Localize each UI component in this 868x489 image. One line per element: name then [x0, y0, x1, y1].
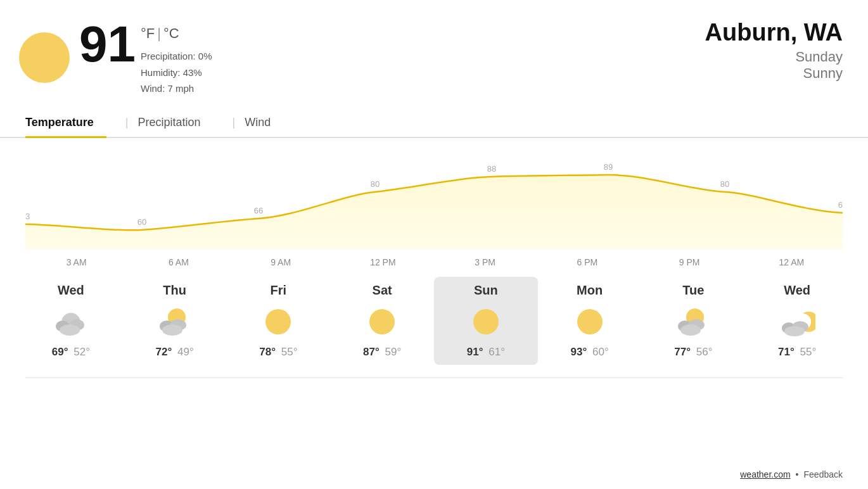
celsius-unit[interactable]: °C	[163, 25, 179, 42]
tab-divider-1: |	[125, 110, 129, 137]
forecast-icon-7	[778, 303, 816, 341]
forecast-day-label-5: Mon	[577, 283, 603, 298]
chart-label-3: 80	[371, 179, 380, 189]
fahrenheit-unit[interactable]: °F	[141, 25, 155, 42]
forecast-icon-0	[52, 303, 90, 341]
current-weather: 91 °F | °C Precipitation: 0% Humidity: 4…	[19, 19, 212, 97]
chart-label-6: 80	[720, 179, 729, 189]
day-name: Sunday	[705, 49, 843, 65]
forecast-high-3: 87°	[363, 346, 380, 358]
svg-point-3	[60, 324, 80, 336]
forecast-high-6: 77°	[674, 346, 691, 358]
chart-label-7: 69	[838, 200, 843, 210]
forecast-day-4[interactable]: Sun 91° 61°	[434, 277, 538, 365]
humidity-detail: Humidity: 43%	[141, 65, 212, 81]
forecast-day-label-3: Sat	[373, 283, 392, 298]
forecast-icon-6	[674, 303, 712, 341]
time-label-3: 12 PM	[332, 257, 434, 267]
svg-point-18	[784, 326, 805, 336]
tab-wind[interactable]: Wind	[245, 110, 283, 137]
forecast-day-label-2: Fri	[271, 283, 287, 298]
forecast-day-2[interactable]: Fri 78° 55°	[227, 277, 331, 365]
temperature-display: 91 °F | °C Precipitation: 0% Humidity: 4…	[79, 19, 212, 97]
forecast-temps-7: 71° 55°	[778, 346, 816, 359]
unit-separator: |	[157, 25, 161, 42]
forecast-day-3[interactable]: Sat 87° 59°	[330, 277, 434, 365]
tab-precipitation[interactable]: Precipitation	[137, 110, 213, 137]
time-label-6: 9 PM	[639, 257, 741, 267]
forecast-icon-3	[363, 303, 401, 341]
wind-detail: Wind: 7 mph	[141, 80, 212, 97]
feedback-link[interactable]: Feedback	[804, 469, 843, 479]
temperature-value: 91	[79, 19, 136, 70]
forecast-temps-4: 91° 61°	[467, 346, 505, 359]
forecast-day-5[interactable]: Mon 93° 60°	[538, 277, 642, 365]
forecast-day-7[interactable]: Wed 71° 55°	[745, 277, 849, 365]
weather-condition: Sunny	[705, 65, 843, 82]
time-label-2: 9 AM	[230, 257, 332, 267]
chart-label-1: 60	[137, 217, 146, 227]
temperature-chart: 63 60 66 80 88 89 80 69	[0, 138, 868, 252]
forecast-high-7: 71°	[778, 346, 795, 358]
forecast-low-5: 60°	[592, 346, 609, 358]
forecast-day-0[interactable]: Wed 69° 52°	[19, 277, 123, 365]
forecast-day-label-0: Wed	[58, 283, 84, 298]
forecast-low-7: 55°	[800, 346, 816, 358]
header: 91 °F | °C Precipitation: 0% Humidity: 4…	[0, 0, 868, 110]
chart-svg: 63 60 66 80 88 89 80 69	[25, 151, 843, 252]
tab-divider-2: |	[232, 110, 235, 137]
forecast-low-2: 55°	[281, 346, 298, 358]
weather-source-link[interactable]: weather.com	[740, 469, 790, 479]
forecast-day-label-1: Thu	[163, 283, 186, 298]
forecast-high-0: 69°	[52, 346, 68, 358]
chart-label-5: 89	[604, 162, 613, 172]
city-name: Auburn, WA	[705, 19, 843, 46]
weather-details: Precipitation: 0% Humidity: 43% Wind: 7 …	[141, 48, 212, 97]
chart-label-2: 66	[254, 206, 263, 215]
svg-point-7	[162, 324, 182, 336]
forecast-day-label-4: Sun	[474, 283, 498, 298]
forecast-high-5: 93°	[571, 346, 587, 358]
forecast-high-2: 78°	[259, 346, 276, 358]
forecast-day-label-6: Tue	[682, 283, 704, 298]
forecast-icon-2	[259, 303, 297, 341]
chart-label-4: 88	[487, 164, 496, 174]
footer: weather.com • Feedback	[740, 469, 843, 479]
forecast-day-6[interactable]: Tue 77° 56°	[642, 277, 746, 365]
temperature-units: °F | °C	[141, 25, 212, 42]
svg-point-10	[473, 309, 499, 334]
precipitation-detail: Precipitation: 0%	[141, 48, 212, 65]
footer-bullet: •	[796, 469, 799, 479]
time-label-5: 6 PM	[536, 257, 638, 267]
forecast-day-1[interactable]: Thu 72° 49°	[123, 277, 227, 365]
forecast-temps-3: 87° 59°	[363, 346, 401, 359]
chart-label-0: 63	[25, 212, 30, 221]
forecast-temps-1: 72° 49°	[156, 346, 194, 359]
forecast-temps-2: 78° 55°	[259, 346, 297, 359]
svg-point-9	[369, 309, 395, 334]
svg-point-11	[577, 309, 603, 334]
forecast-temps-5: 93° 60°	[571, 346, 609, 359]
tab-temperature[interactable]: Temperature	[25, 110, 106, 137]
time-label-0: 3 AM	[25, 257, 127, 267]
forecast-low-1: 49°	[177, 346, 194, 358]
forecast-low-4: 61°	[488, 346, 505, 358]
time-label-1: 6 AM	[127, 257, 229, 267]
footer-divider	[25, 378, 843, 378]
forecast-icon-4	[467, 303, 505, 341]
forecast-low-3: 59°	[385, 346, 401, 358]
forecast-low-6: 56°	[696, 346, 713, 358]
forecast-day-label-7: Wed	[784, 283, 810, 298]
svg-point-8	[265, 309, 291, 334]
forecast-icon-1	[156, 303, 194, 341]
time-label-4: 3 PM	[434, 257, 536, 267]
time-label-7: 12 AM	[741, 257, 843, 267]
location-info: Auburn, WA Sunday Sunny	[705, 19, 843, 82]
forecast-icon-5	[571, 303, 609, 341]
svg-point-15	[680, 324, 701, 336]
forecast-high-4: 91°	[467, 346, 483, 358]
tabs-bar: Temperature | Precipitation | Wind	[0, 110, 868, 138]
forecast-temps-0: 69° 52°	[52, 346, 90, 359]
forecast-high-1: 72°	[156, 346, 172, 358]
forecast-low-0: 52°	[73, 346, 90, 358]
